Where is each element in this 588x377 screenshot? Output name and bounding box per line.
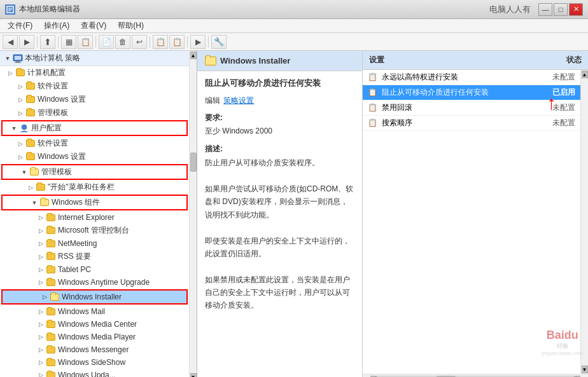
tree-windows-media-player[interactable]: ▷ Windows Media Player [0,331,189,343]
root-computer-icon [13,54,23,63]
tree-computer-config[interactable]: ▷ 计算机配置 [0,66,189,79]
toolbar-up[interactable]: ⬆ [40,35,55,49]
tree-windows-mail[interactable]: ▷ Windows Mail [0,305,189,318]
installer-expand[interactable]: ▷ [39,292,50,302]
windows-settings-2-expand[interactable]: ▷ [15,152,25,162]
description-section: 描述: 防止用户从可移动介质安装程序。如果用户尝试从可移动介质(如CD-ROM、… [205,144,354,312]
horizontal-scrollbar[interactable]: ◀ ▶ [363,374,588,377]
toolbar-delete[interactable]: 🗑 [115,35,130,49]
tree-content[interactable]: ▼ 本地计算机 策略 ▷ 计算机配置 ▷ [0,51,189,377]
ie-expand[interactable]: ▷ [36,212,46,223]
start-menu-label: "开始"菜单和任务栏 [48,182,115,193]
menu-help[interactable]: 帮助(H) [113,19,149,32]
admin-1-expand[interactable]: ▷ [15,108,25,118]
menu-view[interactable]: 查看(V) [76,19,111,32]
tree-windows-update[interactable]: ▷ Windows Upda... [0,369,189,377]
toolbar-properties[interactable]: 📋 [78,35,93,49]
toolbar-undo[interactable]: ↩ [132,35,147,49]
svg-rect-5 [15,56,21,60]
admin-templates-2-wrapper: ▼ 管理模板 [1,164,188,180]
toolbar-filter[interactable]: 🔧 [211,35,227,49]
close-button[interactable]: ✕ [569,3,583,16]
table-row[interactable]: 📋 搜索顺序 未配置 [363,116,580,131]
windows-settings-1-icon [25,95,36,104]
tree-admin-templates-1[interactable]: ▷ 管理模板 [0,106,189,120]
baidu-watermark: Baidu 经验 jingyan.baidu.com [542,329,583,356]
ie-icon [46,213,56,222]
user-config-icon [19,124,29,133]
tree-root[interactable]: ▼ 本地计算机 策略 [0,51,189,66]
media-center-expand[interactable]: ▷ [36,319,46,329]
tree-ie[interactable]: ▷ Internet Explorer [0,211,189,224]
status-cell-1: 已启用 [529,85,580,100]
toolbar-new[interactable]: 📄 [99,35,114,49]
rss-expand[interactable]: ▷ [36,252,46,262]
toolbar-copy[interactable]: 📋 [169,35,185,49]
tree-software-settings-2[interactable]: ▷ 软件设置 [0,137,189,150]
update-icon [46,371,56,377]
setting-cell-2: 📋 禁用回滚 [363,100,529,116]
minimize-button[interactable]: — [538,3,552,16]
tree-windows-messenger[interactable]: ▷ Windows Messenger [0,343,189,356]
mail-expand[interactable]: ▷ [36,306,46,317]
policy-edit-section: 编辑 策略设置 [205,95,354,106]
menu-file[interactable]: 文件(F) [3,19,38,32]
tree-start-menu[interactable]: ▷ "开始"菜单和任务栏 [0,181,189,194]
window-controls: — □ ✕ [538,3,583,16]
tree-rss[interactable]: ▷ RSS 提要 [0,250,189,263]
software-1-icon [25,82,36,91]
toolbar-show-hide[interactable]: ▦ [61,35,76,49]
media-player-expand[interactable]: ▷ [36,332,46,342]
toolbar-export[interactable]: 📋 [153,35,168,49]
computer-config-icon [15,69,25,78]
toolbar-back[interactable]: ◀ [3,35,18,49]
toolbar-sep-2 [58,36,59,48]
policy-link[interactable]: 策略设置 [223,96,254,105]
update-expand[interactable]: ▷ [36,370,46,377]
start-menu-expand[interactable]: ▷ [25,182,36,193]
messenger-expand[interactable]: ▷ [36,345,46,355]
tree-windows-components[interactable]: ▼ Windows 组件 [3,196,186,209]
toolbar-forward[interactable]: ▶ [19,35,34,49]
software-2-expand[interactable]: ▷ [15,139,25,149]
sideshow-expand[interactable]: ▷ [36,357,46,367]
tree-netmeeting[interactable]: ▷ NetMeeting [0,237,189,250]
tree-windows-anytime[interactable]: ▷ Windows Anytime Upgrade [0,276,189,289]
tree-user-config[interactable]: ▼ 用户配置 [3,121,186,135]
restore-button[interactable]: □ [554,3,568,16]
setting-icon-1: 📋 [368,88,377,97]
table-row[interactable]: 📋 永远以高特权进行安装 未配置 [363,70,580,85]
netmeeting-expand[interactable]: ▷ [36,238,46,249]
anytime-expand[interactable]: ▷ [36,277,46,287]
tree-tablet-pc[interactable]: ▷ Tablet PC [0,263,189,276]
user-config-expand[interactable]: ▼ [9,123,19,134]
tree-windows-installer[interactable]: ▷ Windows Installer [3,291,186,303]
windows-settings-1-expand[interactable]: ▷ [15,95,25,105]
messenger-label: Windows Messenger [58,345,129,354]
tree-scrollbar[interactable]: ▲ ▼ [189,51,197,377]
tablet-expand[interactable]: ▷ [36,264,46,275]
windows-settings-2-label: Windows 设置 [38,151,86,162]
anytime-icon [46,278,56,287]
software-1-expand[interactable]: ▷ [15,81,25,92]
menu-action[interactable]: 操作(A) [39,19,74,32]
tree-admin-templates-2[interactable]: ▼ 管理模板 [3,165,186,179]
tree-windows-media-center[interactable]: ▷ Windows Media Center [0,318,189,331]
col-setting-header: 设置 [369,55,384,65]
toolbar-run[interactable]: ▶ [190,35,206,49]
windows-components-wrapper: ▼ Windows 组件 [1,195,188,210]
tree-windows-sideshow[interactable]: ▷ Windows SideShow [0,356,189,369]
admin-2-expand[interactable]: ▼ [19,167,29,177]
table-row-selected[interactable]: 📋 阻止从可移动介质进行任何安装 已启用 [363,85,580,100]
tree-software-settings-1[interactable]: ▷ 软件设置 [0,79,189,93]
computer-config-expand[interactable]: ▷ [5,68,15,78]
middle-panel: Windows Installer 阻止从可移动介质进行任何安装 编辑 策略设置… [197,51,363,377]
tree-windows-settings-2[interactable]: ▷ Windows 设置 [0,150,189,163]
table-row[interactable]: 📋 禁用回滚 未配置 [363,100,580,116]
windows-comp-expand[interactable]: ▼ [29,198,39,208]
tree-ms-mgmt[interactable]: ▷ Microsoft 管理控制台 [0,224,189,237]
root-expand-icon[interactable]: ▼ [3,53,13,64]
description-text: 防止用户从可移动介质安装程序。如果用户尝试从可移动介质(如CD-ROM、软盘和 … [205,156,354,312]
ms-expand[interactable]: ▷ [36,226,46,236]
tree-windows-settings-1[interactable]: ▷ Windows 设置 [0,93,189,106]
